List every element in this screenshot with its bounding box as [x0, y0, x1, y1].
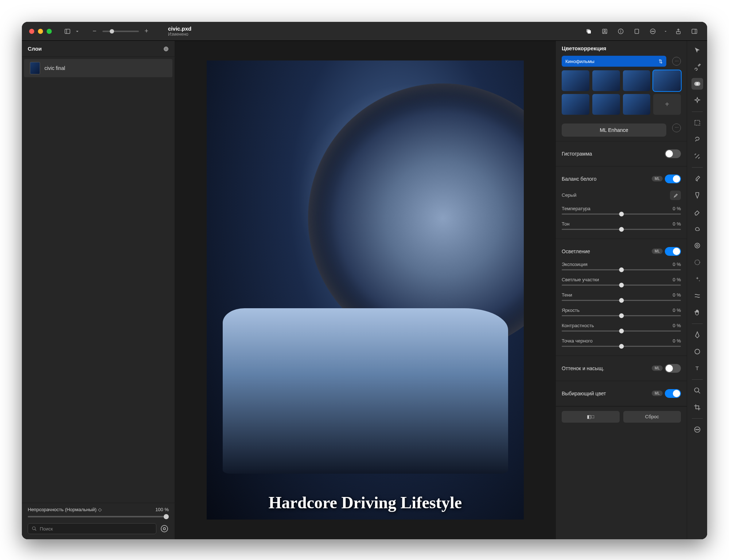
- brightness-label: Яркость: [562, 308, 580, 313]
- exposure-value: 0 %: [673, 262, 681, 267]
- zoom-in-button[interactable]: +: [143, 27, 151, 35]
- zoom-out-button[interactable]: −: [90, 27, 99, 35]
- preset-thumb-selected[interactable]: [653, 70, 681, 91]
- hand-tool[interactable]: [691, 307, 703, 318]
- lasso-tool[interactable]: [691, 134, 703, 145]
- inspector-panel: Цветокоррекция Кинофильмы ⇅ ⋯: [555, 41, 687, 539]
- paint-tool[interactable]: [691, 173, 703, 184]
- svg-point-29: [694, 388, 699, 392]
- brightness-slider[interactable]: [562, 315, 681, 316]
- share-icon[interactable]: [673, 26, 684, 37]
- fill-tool[interactable]: [691, 189, 703, 201]
- contrast-slider[interactable]: [562, 330, 681, 332]
- preset-thumb[interactable]: [623, 70, 651, 91]
- hue-saturation-toggle[interactable]: [665, 364, 681, 373]
- more-tools-button[interactable]: [691, 424, 703, 435]
- histogram-label: Гистограмма: [562, 151, 592, 157]
- document-status: Изменено: [168, 32, 191, 37]
- opacity-value: 100 %: [155, 507, 169, 512]
- ml-badge[interactable]: ML: [652, 248, 663, 254]
- exposure-slider[interactable]: [562, 269, 681, 270]
- add-layer-button[interactable]: ⊕: [163, 45, 169, 53]
- more-menu-button[interactable]: [647, 26, 658, 37]
- repair-tool[interactable]: [691, 256, 703, 268]
- shape-tool[interactable]: [691, 346, 703, 357]
- layer-search-input[interactable]: Поиск: [28, 523, 156, 534]
- preset-thumb[interactable]: [623, 94, 651, 115]
- warp-tool[interactable]: [691, 290, 703, 302]
- temperature-slider[interactable]: [562, 214, 681, 215]
- zoom-controls: − +: [90, 27, 151, 35]
- opacity-label[interactable]: Непрозрачность (Нормальный) ◇: [28, 507, 102, 512]
- selective-color-toggle[interactable]: [665, 389, 681, 398]
- sidebar-dropdown-button[interactable]: [74, 26, 80, 37]
- ml-badge[interactable]: ML: [652, 365, 663, 371]
- magic-wand-tool[interactable]: [691, 150, 703, 162]
- visibility-filter-button[interactable]: [160, 524, 169, 533]
- info-icon[interactable]: [615, 26, 626, 37]
- ml-badge[interactable]: ML: [652, 176, 663, 181]
- layers-panel: Слои ⊕ civic final Непрозрачность (Норма…: [22, 41, 175, 539]
- zoom-slider[interactable]: [102, 31, 139, 32]
- shadows-slider[interactable]: [562, 300, 681, 301]
- preset-add-button[interactable]: +: [653, 94, 681, 115]
- blackpoint-slider[interactable]: [562, 346, 681, 347]
- inspector-toggle-button[interactable]: [689, 26, 700, 37]
- smudge-tool[interactable]: [691, 223, 703, 235]
- sparkle-tool[interactable]: [691, 273, 703, 285]
- fullscreen-window-button[interactable]: [47, 29, 52, 34]
- preset-more-button[interactable]: ⋯: [672, 57, 681, 66]
- canvas-area[interactable]: Hardcore Driving Lifestyle: [175, 41, 555, 539]
- hue-saturation-label: Оттенок и насыщ.: [562, 365, 604, 371]
- brightness-value: 0 %: [673, 308, 681, 313]
- text-tool[interactable]: T: [691, 363, 703, 374]
- layer-row[interactable]: civic final: [24, 59, 172, 77]
- canvas-icon[interactable]: [631, 26, 642, 37]
- svg-line-18: [35, 529, 36, 531]
- preset-thumb[interactable]: [592, 70, 620, 91]
- layers-icon[interactable]: [583, 26, 594, 37]
- tint-slider[interactable]: [562, 229, 681, 230]
- highlights-value: 0 %: [673, 277, 681, 282]
- clone-tool[interactable]: [691, 240, 703, 251]
- histogram-toggle[interactable]: [665, 149, 681, 158]
- opacity-slider[interactable]: [28, 516, 169, 517]
- svg-rect-23: [695, 120, 699, 125]
- portrait-icon[interactable]: [599, 26, 610, 37]
- preset-thumb[interactable]: [562, 70, 589, 91]
- selective-color-label: Выбирающий цвет: [562, 391, 606, 396]
- crop-tool[interactable]: [691, 402, 703, 413]
- preset-dropdown[interactable]: Кинофильмы ⇅: [562, 56, 666, 67]
- contrast-value: 0 %: [673, 323, 681, 328]
- lighten-toggle[interactable]: [665, 247, 681, 256]
- preset-thumb[interactable]: [592, 94, 620, 115]
- zoom-tool[interactable]: [691, 385, 703, 396]
- ml-badge[interactable]: ML: [652, 391, 663, 396]
- white-balance-toggle[interactable]: [665, 175, 681, 183]
- eraser-tool[interactable]: [691, 206, 703, 218]
- ml-enhance-more-button[interactable]: ⋯: [672, 124, 681, 132]
- marquee-tool[interactable]: [691, 117, 703, 129]
- temperature-label: Температура: [562, 206, 590, 211]
- sidebar-toggle-button[interactable]: [62, 26, 73, 37]
- contrast-label: Контрастность: [562, 323, 594, 328]
- svg-point-8: [621, 30, 621, 30]
- arrow-tool[interactable]: [691, 44, 703, 56]
- more-chevron[interactable]: [663, 26, 668, 37]
- minimize-window-button[interactable]: [38, 29, 43, 34]
- titlebar-right-tools: [583, 26, 700, 37]
- ml-enhance-button[interactable]: ML Enhance: [562, 124, 666, 137]
- reset-button[interactable]: Сброс: [623, 411, 681, 423]
- preset-thumb[interactable]: [562, 94, 589, 115]
- highlights-slider[interactable]: [562, 285, 681, 286]
- adjustments-tool[interactable]: [691, 78, 703, 90]
- compare-button[interactable]: ◧□: [562, 411, 620, 423]
- layers-panel-header: Слои ⊕: [22, 41, 175, 57]
- close-window-button[interactable]: [29, 29, 34, 34]
- temperature-value: 0 %: [673, 206, 681, 211]
- pen-tool[interactable]: [691, 329, 703, 341]
- brush-tool[interactable]: [691, 61, 703, 73]
- effects-tool[interactable]: [691, 95, 703, 106]
- svg-point-24: [695, 243, 699, 248]
- eyedropper-button[interactable]: [670, 191, 681, 200]
